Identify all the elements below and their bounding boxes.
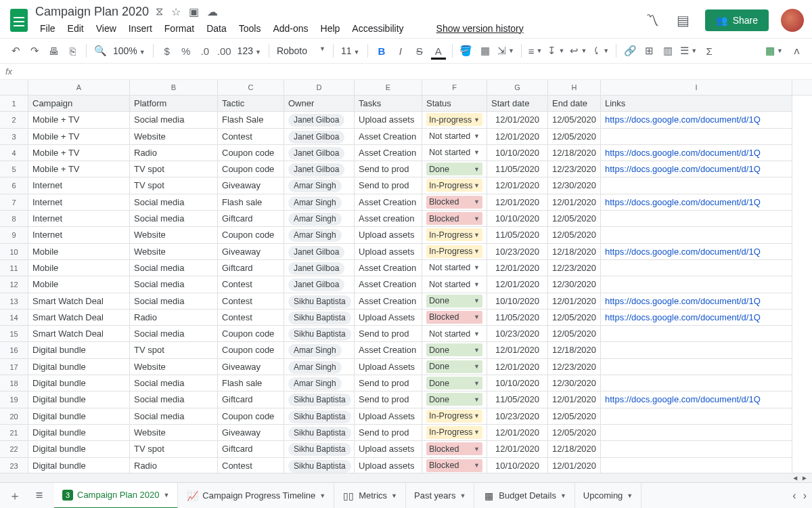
row-header[interactable]: 15	[0, 326, 28, 342]
cell[interactable]: Platform	[130, 96, 218, 112]
cell[interactable]: Janet Gilboa	[284, 244, 355, 260]
cell[interactable]: 12/01/2020	[548, 458, 601, 473]
cell[interactable]	[601, 441, 792, 457]
status-select[interactable]: Done▼	[426, 360, 482, 373]
merge-button[interactable]: ⇲▼	[495, 42, 516, 60]
cell[interactable]: 11/05/2020	[487, 161, 548, 177]
cell[interactable]: 12/01/2020	[487, 359, 548, 375]
row-header[interactable]: 5	[0, 161, 28, 177]
cell[interactable]: 12/01/2020	[487, 441, 548, 457]
row-header[interactable]: 7	[0, 194, 28, 211]
cell[interactable]: In-Progress▼	[422, 425, 487, 441]
cell[interactable]: Radio	[130, 145, 218, 161]
link-button[interactable]: 🔗	[621, 42, 639, 60]
cell[interactable]: Giftcard	[218, 211, 284, 227]
lock-history-icon[interactable]: ⧖	[156, 5, 163, 18]
cell[interactable]: Amar Singh	[284, 359, 355, 375]
owner-chip[interactable]: Janet Gilboa	[288, 147, 344, 160]
cell[interactable]: In-Progress▼	[422, 408, 487, 425]
cell[interactable]: Amar Singh	[284, 177, 355, 194]
cell[interactable]: 12/01/2020	[487, 260, 548, 276]
cell[interactable]: Coupon code	[218, 161, 284, 177]
cell[interactable]: Not started▼	[422, 129, 487, 145]
owner-chip[interactable]: Sikhu Baptista	[288, 295, 351, 308]
cell[interactable]: Internet	[28, 227, 130, 243]
cell[interactable]: Not started▼	[422, 260, 487, 276]
status-select[interactable]: Blocked▼	[426, 196, 482, 209]
status-select[interactable]: In-Progress▼	[426, 228, 482, 241]
cell[interactable]: Giveaway	[218, 425, 284, 441]
cell[interactable]: 12/01/2020	[487, 342, 548, 358]
row-header[interactable]: 9	[0, 227, 28, 243]
cell[interactable]: Flash Sale	[218, 112, 284, 128]
cell[interactable]: Blocked▼	[422, 458, 487, 473]
cell[interactable]: Website	[130, 129, 218, 145]
chevron-down-icon[interactable]: ▼	[163, 492, 169, 499]
cell[interactable]: Done▼	[422, 391, 487, 408]
status-select[interactable]: Blocked▼	[426, 442, 482, 455]
cell[interactable]: 10/10/2020	[487, 375, 548, 391]
cell[interactable]: Social media	[130, 211, 218, 227]
cell[interactable]: Coupon code	[218, 326, 284, 342]
cell[interactable]: Digital bundle	[28, 391, 130, 408]
cell[interactable]: Amar Singh	[284, 342, 355, 358]
cell[interactable]: 12/30/2020	[548, 177, 601, 194]
cell[interactable]: Radio	[130, 310, 218, 326]
comments-icon[interactable]: ▤	[674, 11, 693, 30]
owner-chip[interactable]: Sikhu Baptista	[288, 312, 351, 324]
borders-button[interactable]: ▦	[476, 42, 494, 60]
version-history-link[interactable]: Show version history	[432, 20, 528, 37]
cell[interactable]: 12/05/2020	[548, 129, 601, 145]
cell[interactable]: 12/01/2020	[487, 112, 548, 128]
status-select[interactable]: Done▼	[426, 377, 482, 389]
cell[interactable]: Website	[130, 359, 218, 375]
cell[interactable]: Asset Creation	[355, 342, 422, 358]
row-header[interactable]: 11	[0, 260, 28, 276]
cell[interactable]: Sikhu Baptista	[284, 441, 355, 457]
cell[interactable]: Digital bundle	[28, 375, 130, 391]
cell[interactable]	[601, 177, 792, 194]
cell[interactable]: Social media	[130, 326, 218, 342]
cell[interactable]: Social media	[130, 391, 218, 408]
cell[interactable]: Contest	[218, 458, 284, 473]
row-header[interactable]: 3	[0, 129, 28, 145]
owner-chip[interactable]: Amar Singh	[288, 229, 342, 242]
cell[interactable]: Contest	[218, 129, 284, 145]
cell[interactable]: 12/18/2020	[548, 244, 601, 260]
cell[interactable]: Done▼	[422, 161, 487, 177]
owner-chip[interactable]: Sikhu Baptista	[288, 443, 351, 456]
cell[interactable]: Flash sale	[218, 194, 284, 211]
cell[interactable]: 12/23/2020	[548, 161, 601, 177]
cell[interactable]: Giveaway	[218, 359, 284, 375]
cell[interactable]: 12/01/2020	[487, 177, 548, 194]
col-header-A[interactable]: A	[28, 80, 130, 95]
cell[interactable]: 12/23/2020	[548, 359, 601, 375]
cell[interactable]: Internet	[28, 211, 130, 227]
cell[interactable]: Social media	[130, 260, 218, 276]
row-header[interactable]: 6	[0, 177, 28, 194]
cell[interactable]: Internet	[28, 177, 130, 194]
cell[interactable]: TV spot	[130, 161, 218, 177]
cell[interactable]: 12/05/2020	[548, 211, 601, 227]
filter-button[interactable]: ☰▼	[678, 42, 699, 60]
cell[interactable]: Contest	[218, 293, 284, 310]
cell[interactable]: Mobile	[28, 244, 130, 260]
cloud-icon[interactable]: ☁	[207, 5, 218, 18]
cell[interactable]: Contest	[218, 310, 284, 326]
owner-chip[interactable]: Janet Gilboa	[288, 114, 344, 127]
menu-tools[interactable]: Tools	[234, 20, 266, 37]
cell[interactable]: Done▼	[422, 293, 487, 310]
cell[interactable]: In-progress▼	[422, 112, 487, 128]
cell[interactable]: Digital bundle	[28, 441, 130, 457]
owner-chip[interactable]: Amar Singh	[288, 344, 342, 357]
cell[interactable]: Smart Watch Deal	[28, 310, 130, 326]
owner-chip[interactable]: Amar Singh	[288, 361, 342, 374]
cell[interactable]: Asset Creation	[355, 276, 422, 293]
row-header[interactable]: 20	[0, 408, 28, 425]
currency-button[interactable]: $	[158, 42, 176, 60]
menu-help[interactable]: Help	[316, 20, 345, 37]
cell[interactable]: Digital bundle	[28, 458, 130, 473]
owner-chip[interactable]: Sikhu Baptista	[288, 460, 351, 473]
cell[interactable]: 12/01/2020	[487, 425, 548, 441]
select-all-corner[interactable]	[0, 80, 28, 95]
